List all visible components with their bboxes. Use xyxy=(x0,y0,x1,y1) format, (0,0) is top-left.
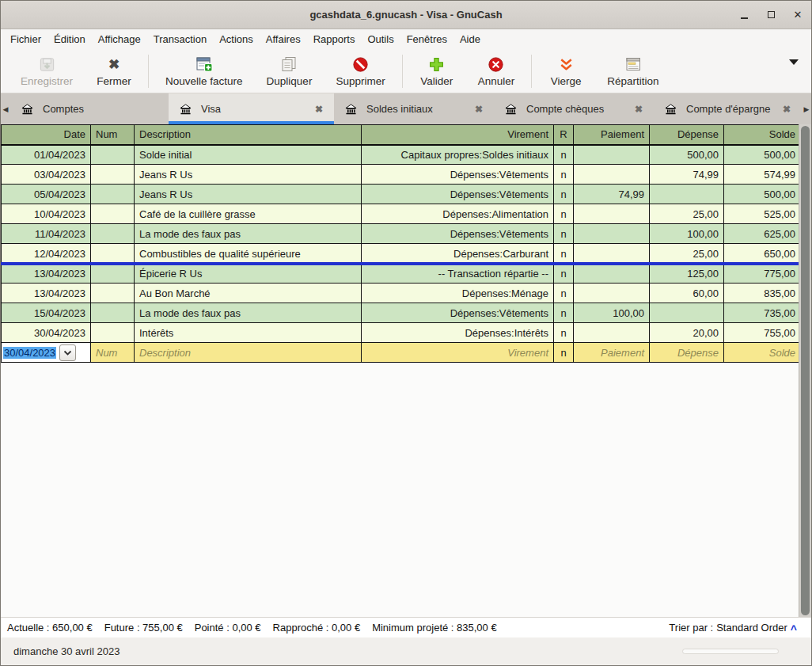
cell-date[interactable]: 03/04/2023 xyxy=(2,165,91,185)
cell-solde[interactable]: 525,00 xyxy=(724,204,801,224)
paiement-input[interactable]: Paiement xyxy=(574,343,650,363)
cell-depense[interactable]: 100,00 xyxy=(650,224,724,244)
date-dropdown-chevron-down-icon[interactable] xyxy=(59,344,76,361)
cell-virement[interactable]: Dépenses:Intérêts xyxy=(362,323,554,343)
cell-r[interactable]: n xyxy=(554,224,574,244)
cell-depense[interactable]: 25,00 xyxy=(650,204,724,224)
date-input[interactable]: 30/04/2023 xyxy=(2,343,91,363)
cell-r[interactable]: n xyxy=(554,145,574,165)
cell-description[interactable]: Intérêts xyxy=(135,323,362,343)
cell-r[interactable]: n xyxy=(554,303,574,323)
cell-date[interactable]: 01/04/2023 xyxy=(2,145,91,165)
cell-num[interactable] xyxy=(91,244,135,264)
menu-outils[interactable]: Outils xyxy=(361,31,400,48)
cell-depense[interactable]: 25,00 xyxy=(650,244,724,264)
toolbar-overflow-chevron-down-icon[interactable] xyxy=(789,65,799,77)
tab-soldes-initiaux[interactable]: Soldes initiaux✖ xyxy=(334,93,494,124)
cell-solde[interactable]: 625,00 xyxy=(724,224,801,244)
cell-solde[interactable]: 500,00 xyxy=(724,185,801,204)
menu-affichage[interactable]: Affichage xyxy=(92,31,147,48)
cell-solde[interactable]: 755,00 xyxy=(724,323,801,343)
solde-cell[interactable]: Solde xyxy=(724,343,801,363)
cell-paiement[interactable]: 74,99 xyxy=(574,185,650,204)
annuler-button[interactable]: Annuler xyxy=(466,52,527,89)
cell-depense[interactable] xyxy=(650,185,724,204)
cell-num[interactable] xyxy=(91,323,135,343)
num-input[interactable]: Num xyxy=(91,343,135,363)
cell-solde[interactable]: 574,99 xyxy=(724,165,801,185)
cell-virement[interactable]: Dépenses:Carburant xyxy=(362,244,554,264)
menu-aide[interactable]: Aide xyxy=(453,31,487,48)
cell-virement[interactable]: -- Transaction répartie -- xyxy=(362,264,554,284)
cell-description[interactable]: Au Bon Marché xyxy=(135,284,362,303)
cell-description[interactable]: La mode des faux pas xyxy=(135,224,362,244)
cell-virement[interactable]: Dépenses:Ménage xyxy=(362,284,554,303)
reconcile-cell[interactable]: n xyxy=(554,343,574,363)
valider-button[interactable]: Valider xyxy=(408,52,466,89)
tab-close-icon[interactable]: ✖ xyxy=(783,104,791,115)
tab-visa[interactable]: Visa✖ xyxy=(169,93,334,124)
tab-close-icon[interactable]: ✖ xyxy=(635,104,643,115)
cell-virement[interactable]: Dépenses:Vêtements xyxy=(362,185,554,204)
cell-description[interactable]: Épicerie R Us xyxy=(135,264,362,284)
cell-virement[interactable]: Dépenses:Vêtements xyxy=(362,303,554,323)
column-header-solde[interactable]: Solde xyxy=(724,125,801,145)
column-header-date[interactable]: Date xyxy=(2,125,91,145)
repartition-button[interactable]: Répartition xyxy=(595,52,670,89)
scrollbar-thumb[interactable] xyxy=(801,126,810,615)
cell-paiement[interactable] xyxy=(574,323,650,343)
cell-r[interactable]: n xyxy=(554,204,574,224)
cell-date[interactable]: 05/04/2023 xyxy=(2,185,91,204)
cell-num[interactable] xyxy=(91,303,135,323)
cell-depense[interactable]: 20,00 xyxy=(650,323,724,343)
cell-num[interactable] xyxy=(91,145,135,165)
cell-paiement[interactable] xyxy=(574,264,650,284)
sort-control[interactable]: Trier par : Standard Order ^ xyxy=(669,622,797,634)
cell-num[interactable] xyxy=(91,165,135,185)
menu-edition[interactable]: Édition xyxy=(47,31,92,48)
menu-fichier[interactable]: Fichier xyxy=(4,31,47,48)
tab-compte-d-epargne[interactable]: Compte d'épargne✖ xyxy=(654,93,802,124)
depense-input[interactable]: Dépense xyxy=(650,343,724,363)
cell-num[interactable] xyxy=(91,204,135,224)
cell-r[interactable]: n xyxy=(554,323,574,343)
minimize-icon[interactable] xyxy=(738,10,749,21)
vierge-button[interactable]: Vierge xyxy=(537,52,595,89)
cell-paiement[interactable] xyxy=(574,244,650,264)
column-header-virement[interactable]: Virement xyxy=(362,125,554,145)
cell-virement[interactable]: Dépenses:Vêtements xyxy=(362,165,554,185)
menu-affaires[interactable]: Affaires xyxy=(260,31,307,48)
cell-date[interactable]: 10/04/2023 xyxy=(2,204,91,224)
cell-depense[interactable]: 74,99 xyxy=(650,165,724,185)
cell-date[interactable]: 13/04/2023 xyxy=(2,284,91,303)
description-input[interactable]: Description xyxy=(135,343,362,363)
supprimer-button[interactable]: Supprimer xyxy=(324,52,397,89)
cell-r[interactable]: n xyxy=(554,264,574,284)
cell-description[interactable]: La mode des faux pas xyxy=(135,303,362,323)
nouvelle-facture-button[interactable]: Nouvelle facture xyxy=(154,52,255,89)
titlebar[interactable]: gcashdata_6.gnucash - Visa - GnuCash ✕ xyxy=(1,1,811,29)
cell-paiement[interactable] xyxy=(574,284,650,303)
cell-r[interactable]: n xyxy=(554,284,574,303)
cell-date[interactable]: 30/04/2023 xyxy=(2,323,91,343)
cell-description[interactable]: Jeans R Us xyxy=(135,185,362,204)
cell-solde[interactable]: 650,00 xyxy=(724,244,801,264)
cell-solde[interactable]: 735,00 xyxy=(724,303,801,323)
date-input-selected-text[interactable]: 30/04/2023 xyxy=(3,347,56,359)
cell-depense[interactable] xyxy=(650,303,724,323)
column-header-depense[interactable]: Dépense xyxy=(650,125,724,145)
cell-paiement[interactable] xyxy=(574,224,650,244)
cell-date[interactable]: 12/04/2023 xyxy=(2,244,91,264)
cell-paiement[interactable] xyxy=(574,165,650,185)
cell-num[interactable] xyxy=(91,185,135,204)
maximize-icon[interactable] xyxy=(765,10,776,21)
cell-solde[interactable]: 500,00 xyxy=(724,145,801,165)
cell-paiement[interactable] xyxy=(574,145,650,165)
cell-date[interactable]: 15/04/2023 xyxy=(2,303,91,323)
cell-depense[interactable]: 500,00 xyxy=(650,145,724,165)
cell-num[interactable] xyxy=(91,224,135,244)
tab-close-icon[interactable]: ✖ xyxy=(315,104,323,115)
column-header-num[interactable]: Num xyxy=(91,125,135,145)
cell-r[interactable]: n xyxy=(554,165,574,185)
virement-input[interactable]: Virement xyxy=(362,343,554,363)
